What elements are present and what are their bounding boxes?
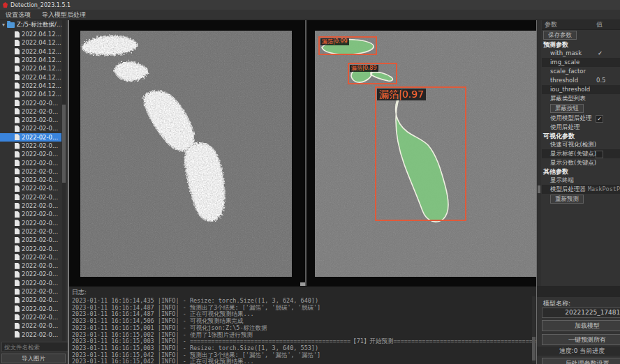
param-row[interactable]: 使用模型后处理✓ [542,114,620,123]
param-value[interactable]: 0.5 [596,76,606,85]
original-image[interactable] [80,31,292,277]
tree-item-label: 2022-02-0... [22,168,58,175]
tree-item-label: 2022-02-0... [22,125,58,132]
detection-box: 漏箔|0.97 [375,86,466,221]
param-row[interactable]: 显示终端 [542,176,620,185]
tree-item[interactable]: 2022.04.12... [0,56,61,64]
tree-item[interactable]: 2022.04.12... [0,47,61,56]
tree-item[interactable]: 2022-02-0... [0,219,61,227]
tree-item[interactable]: 2022-02-0... [0,210,61,218]
tree-item[interactable]: 2022-02-0... [0,261,61,270]
tree-item[interactable]: 2022-02-0... [0,116,61,124]
log-lines[interactable]: 2023-01-11 16:16:14,435 |INFO| - Resize:… [69,298,536,364]
params-button-row: 保存参数 [542,30,620,40]
tree-item[interactable]: 2022-02-0... [0,158,61,167]
menu-item-import-postprocess[interactable]: 导入模型后处理 [42,10,86,20]
tree-item[interactable]: 2022.04.12... [0,64,61,73]
menu-item-settings[interactable]: 设置选项 [6,10,31,20]
tree-item[interactable]: 2022-02-0... [0,227,61,236]
param-row[interactable]: 屏蔽类型列表 [542,94,620,103]
param-row[interactable]: with_mask✓ [542,49,620,58]
tree-item[interactable]: 2022.04.12... [0,90,61,98]
tree-item[interactable]: 2022-02-0... [0,236,61,244]
tree-item[interactable]: 2022-02-0... [0,313,61,321]
tree-item[interactable]: 2022-02-0... [0,321,61,330]
tree-root-node[interactable]: ▾ Z:/5-标注数据/... [0,20,68,30]
tree-item-label: 2022-02-0... [22,254,58,261]
log-line: 2023-01-11 16:16:15,042 |INFO| - 正在可视化预测… [72,358,536,364]
save-params-button[interactable]: 保存参数 [543,31,577,40]
predict-all-button[interactable]: 一键预测所有 [542,334,620,345]
file-icon [15,297,20,303]
tree-item[interactable]: 2022-02-0... [0,98,61,107]
param-label: img_scale [550,59,580,66]
tree-item[interactable]: 2022-02-0... [0,176,61,184]
file-icon [15,91,20,98]
file-tree-panel: ▾ Z:/5-标注数据/... 2022.04.12...2022.04.12.… [0,20,68,364]
param-row[interactable]: threshold0.5 [542,76,620,85]
tree-item[interactable]: 2022-02-0... [0,133,61,142]
tree-item[interactable]: 2022-02-0... [0,296,61,304]
load-model-button[interactable]: 加载模型 [542,320,620,331]
tree-item[interactable]: 2022-02-0... [0,142,61,150]
tree-item[interactable]: 2022.04.12... [0,82,61,90]
param-row[interactable]: img_scale [542,58,620,67]
param-row[interactable]: 模型后处理器MaskPostPro [542,185,620,194]
tree-item-label: 2022-02-0... [22,160,58,167]
import-images-button[interactable]: 导入图片 [1,354,66,363]
param-row[interactable]: 快速可视化(检测) [542,140,620,149]
param-row[interactable]: 显示标签(关键点) [542,149,620,158]
tree-item[interactable]: 2022-02-0... [0,279,61,287]
tree-item[interactable]: 2022-02-0... [0,270,61,278]
mask-filter-button[interactable]: 屏蔽按钮 [550,104,584,113]
tree-item[interactable]: 2022-02-0... [0,202,61,210]
param-label: 快速可视化(检测) [550,141,596,148]
param-row[interactable]: 显示分数(关键点) [542,158,620,167]
tree-item[interactable]: 2022-02-0... [0,193,61,202]
postprocess-settings-button[interactable]: 后处理参数设置 [542,358,620,364]
caret-down-icon[interactable]: ▾ [2,22,5,28]
param-row[interactable]: 使用后处理 [542,123,620,132]
log-scrollbar-thumb[interactable] [532,337,536,361]
file-icon [15,74,20,80]
tree-item[interactable]: 2022-02-0... [0,184,61,192]
search-input[interactable] [1,342,68,352]
param-value[interactable]: MaskPostPro [588,185,620,194]
tree-item-label: 2022-02-0... [22,176,58,183]
tree-item[interactable]: 2022-02-0... [0,107,61,116]
tree-item[interactable]: 2022.04.12... [0,73,61,81]
tree-item[interactable]: 2022.04.12... [0,30,61,38]
file-icon [15,203,20,209]
tree-item[interactable]: 2022-02-0... [0,244,61,252]
repredict-button[interactable]: 重新预测 [550,195,584,204]
tree-item-label: 2022.04.12... [22,65,61,72]
prediction-image[interactable]: 漏箔|0.99漏箔|0.89漏箔|0.97 [315,31,536,277]
log-scrollbar[interactable] [532,296,536,363]
tree-item[interactable]: 2022.04.12... [0,38,61,47]
checkbox-unchecked[interactable] [596,151,603,158]
param-label: 使用模型后处理 [550,114,592,121]
tree-item-list: 2022.04.12...2022.04.12...2022.04.12...2… [0,30,61,339]
tree-item[interactable]: 2022-02-0... [0,253,61,261]
menu-bar: 设置选项 导入模型后处理 [0,10,620,20]
tree-item[interactable]: 2022-02-0... [0,150,61,158]
image-viewer-area: 漏箔|0.99漏箔|0.89漏箔|0.97 [69,20,536,286]
param-row[interactable]: iou_threshold [542,85,620,94]
param-label: 显示标签(关键点) [550,150,596,157]
model-name-field[interactable]: 20221225_174813 [542,308,620,318]
detection-box: 漏箔|0.89 [348,63,397,84]
checkbox-checked[interactable]: ✓ [596,115,603,123]
tree-item-label: 2022.04.12... [22,82,61,89]
params-scrollbar[interactable] [537,20,541,286]
tree-scrollbar-thumb[interactable] [62,105,66,183]
tree-item[interactable]: 2022-02-0... [0,305,61,313]
file-icon [15,211,20,218]
tree-item[interactable]: 2022-02-0... [0,330,61,338]
tree-item[interactable]: 2022-02-0... [0,124,61,132]
params-scrollbar-thumb[interactable] [538,185,540,193]
tree-item-label: 2022-02-0... [22,142,58,149]
param-row[interactable]: scale_factor [542,67,620,76]
tree-item[interactable]: 2022-02-0... [0,167,61,176]
tree-item[interactable]: 2022-02-0... [0,287,61,296]
tree-scrollbar[interactable] [62,20,66,341]
